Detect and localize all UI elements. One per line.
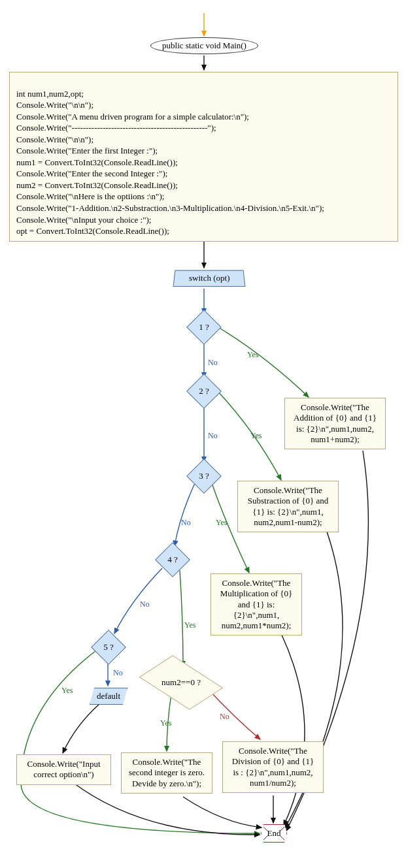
case-5-label: 5 ? <box>103 642 114 652</box>
code-block: int num1,num2,opt; Console.Write("\n\n")… <box>9 72 398 242</box>
action-divzero-msg-text: Console.Write("The second integer is zer… <box>129 757 205 788</box>
label-c5-yes: Yes <box>61 686 73 696</box>
action-subtraction: Console.Write("The Substraction of {0} a… <box>237 481 339 532</box>
action-multiplication: Console.Write("The Multiplication of {0}… <box>211 573 302 635</box>
label-c2-no: No <box>208 431 218 441</box>
label-c4-no: No <box>140 600 150 609</box>
action-default-msg: Console.Write("Input correct option\n") <box>16 754 111 785</box>
label-divzero-yes: Yes <box>160 718 171 728</box>
case-5: 5 ? <box>96 635 121 660</box>
end-node: End <box>261 824 287 843</box>
case-2-label: 2 ? <box>199 386 209 396</box>
label-divzero-no: No <box>220 712 229 722</box>
divzero-label: num2==0 ? <box>161 677 201 688</box>
entry-main: public static void Main() <box>150 37 258 54</box>
label-c3-yes: Yes <box>216 518 227 528</box>
case-1-label: 1 ? <box>199 322 209 332</box>
case-4: 4 ? <box>160 547 185 572</box>
switch-node: switch (opt) <box>173 270 245 287</box>
case-default: default <box>90 688 127 705</box>
divzero-check: num2==0 ? <box>152 663 211 702</box>
case-4-label: 4 ? <box>167 555 178 565</box>
label-c1-yes: Yes <box>247 350 258 360</box>
svg-line-10 <box>280 835 284 840</box>
action-addition: Console.Write("The Addition of {0} and {… <box>284 398 386 449</box>
case-2: 2 ? <box>192 379 216 404</box>
svg-line-7 <box>263 827 268 831</box>
action-multiplication-text: Console.Write("The Multiplication of {0}… <box>220 578 293 630</box>
label-c1-no: No <box>208 358 218 368</box>
action-subtraction-text: Console.Write("The Substraction of {0} a… <box>248 485 328 527</box>
action-default-msg-text: Console.Write("Input correct option\n") <box>27 759 100 779</box>
code-text: int num1,num2,opt; Console.Write("\n\n")… <box>16 89 324 236</box>
label-c2-yes: Yes <box>250 431 262 441</box>
svg-line-8 <box>280 827 284 831</box>
label-c4-yes: Yes <box>184 620 195 630</box>
case-3-label: 3 ? <box>199 471 209 481</box>
action-division: Console.Write("The Division of {0} and {… <box>222 741 324 793</box>
case-1: 1 ? <box>192 315 216 340</box>
label-c5-no: No <box>113 668 123 678</box>
svg-line-9 <box>263 835 268 840</box>
case-3: 3 ? <box>192 464 216 489</box>
action-addition-text: Console.Write("The Addition of {0} and {… <box>294 402 377 444</box>
label-c3-no: No <box>181 518 191 528</box>
action-divzero-msg: Console.Write("The second integer is zer… <box>121 752 212 794</box>
switch-label: switch (opt) <box>189 273 229 282</box>
entry-label: public static void Main() <box>162 40 246 50</box>
action-division-text: Console.Write("The Division of {0} and {… <box>232 746 314 788</box>
case-default-label: default <box>97 691 120 701</box>
